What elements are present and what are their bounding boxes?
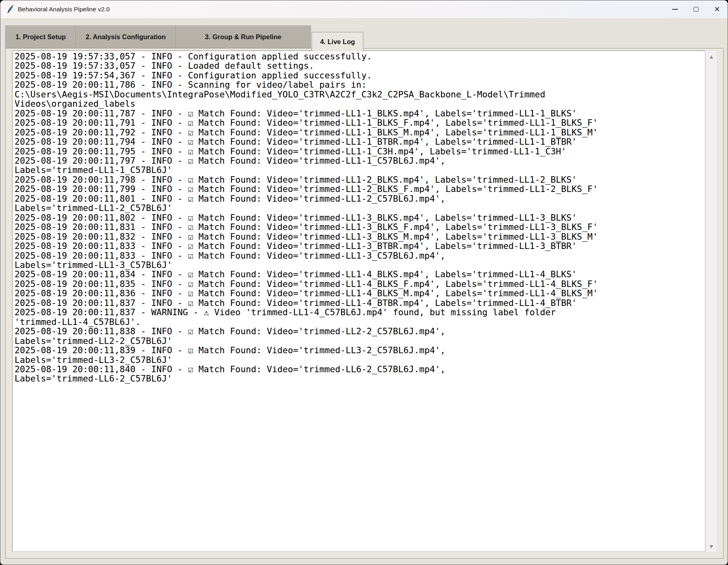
log-text-area[interactable]: 2025-08-19 19:57:33,057 - INFO - Configu… — [12, 51, 705, 552]
log-line: 2025-08-19 20:00:11,786 - INFO - Scannin… — [15, 80, 703, 89]
log-line: 2025-08-19 20:00:11,837 - WARNING - ⚠ Vi… — [15, 308, 703, 317]
log-line: 2025-08-19 20:00:11,791 - INFO - ☑ Match… — [15, 118, 703, 127]
log-line: Videos\organized_labels — [15, 99, 703, 108]
window-title: Behavioral Analysis Pipeline v2.0 — [18, 6, 110, 13]
window-controls: ✕ — [665, 0, 728, 18]
log-line: Labels='trimmed-LL2-2_C57BL6J' — [15, 336, 703, 346]
log-line: 2025-08-19 20:00:11,833 - INFO - ☑ Match… — [15, 251, 703, 260]
log-line: 2025-08-19 20:00:11,831 - INFO - ☑ Match… — [15, 222, 703, 232]
tab-live-log[interactable]: 4. Live Log — [312, 32, 363, 51]
log-line: 2025-08-19 20:00:11,838 - INFO - ☑ Match… — [15, 327, 703, 336]
minimize-icon — [672, 9, 678, 10]
log-line: 2025-08-19 20:00:11,802 - INFO - ☑ Match… — [15, 213, 703, 222]
log-line: 2025-08-19 20:00:11,801 - INFO - ☑ Match… — [15, 194, 703, 203]
log-lines: 2025-08-19 19:57:33,057 - INFO - Configu… — [15, 52, 703, 384]
log-line: 2025-08-19 20:00:11,797 - INFO - ☑ Match… — [15, 156, 703, 165]
close-button[interactable]: ✕ — [707, 0, 728, 18]
scrollbar-track[interactable] — [706, 62, 717, 541]
log-line: 2025-08-19 20:00:11,835 - INFO - ☑ Match… — [15, 279, 703, 289]
log-line: 2025-08-19 19:57:33,057 - INFO - Configu… — [15, 52, 703, 61]
tab-project-setup[interactable]: 1. Project Setup — [5, 25, 76, 48]
log-scrollbar[interactable]: ▲ ▼ — [706, 51, 717, 552]
log-line: 2025-08-19 19:57:33,057 - INFO - Loaded … — [15, 61, 703, 70]
log-line: 2025-08-19 20:00:11,832 - INFO - ☑ Match… — [15, 232, 703, 241]
log-line: 2025-08-19 20:00:11,798 - INFO - ☑ Match… — [15, 175, 703, 184]
tab-label: 2. Analysis Configuration — [86, 33, 166, 41]
tab-label: 1. Project Setup — [15, 33, 66, 41]
log-line: 2025-08-19 20:00:11,792 - INFO - ☑ Match… — [15, 128, 703, 137]
log-line: 2025-08-19 20:00:11,834 - INFO - ☑ Match… — [15, 270, 703, 279]
log-line: 2025-08-19 20:00:11,840 - INFO - ☑ Match… — [15, 365, 703, 374]
minimize-button[interactable] — [665, 0, 686, 18]
tab-bar: 1. Project Setup 2. Analysis Configurati… — [5, 25, 363, 51]
close-icon: ✕ — [714, 6, 720, 13]
log-line: 2025-08-19 20:00:11,833 - INFO - ☑ Match… — [15, 241, 703, 251]
log-line: 'trimmed-LL1-4_C57BL6J'. — [15, 317, 703, 327]
scrollbar-down-arrow-icon[interactable]: ▼ — [706, 541, 717, 552]
live-log-page: 2025-08-19 19:57:33,057 - INFO - Configu… — [5, 48, 724, 559]
app-window: Behavioral Analysis Pipeline v2.0 ✕ 1. P… — [0, 0, 728, 565]
log-line: 2025-08-19 20:00:11,799 - INFO - ☑ Match… — [15, 184, 703, 194]
log-line: Labels='trimmed-LL1-1_C57BL6J' — [15, 165, 703, 175]
log-line: 2025-08-19 20:00:11,836 - INFO - ☑ Match… — [15, 289, 703, 298]
log-line: Labels='trimmed-LL6-2_C57BL6J' — [15, 374, 703, 383]
titlebar: Behavioral Analysis Pipeline v2.0 ✕ — [0, 0, 728, 18]
log-line: 2025-08-19 20:00:11,794 - INFO - ☑ Match… — [15, 137, 703, 146]
log-line: Labels='trimmed-LL1-3_C57BL6J' — [15, 260, 703, 270]
scrollbar-up-arrow-icon[interactable]: ▲ — [706, 51, 717, 62]
log-line: Labels='trimmed-LL1-2_C57BL6J' — [15, 203, 703, 213]
log-line: 2025-08-19 19:57:54,367 - INFO - Configu… — [15, 71, 703, 80]
python-feather-icon — [6, 5, 14, 14]
log-line: 2025-08-19 20:00:11,787 - INFO - ☑ Match… — [15, 109, 703, 118]
log-line: 2025-08-19 20:00:11,839 - INFO - ☑ Match… — [15, 346, 703, 355]
tab-group-run-pipeline[interactable]: 3. Group & Run Pipeline — [175, 25, 311, 48]
tab-analysis-configuration[interactable]: 2. Analysis Configuration — [76, 25, 176, 48]
tab-label: 3. Group & Run Pipeline — [205, 33, 281, 41]
log-line: C:\Users\Aegis-MSI\Documents\IntegraPose… — [15, 90, 703, 99]
tab-label: 4. Live Log — [320, 38, 355, 46]
maximize-icon — [694, 7, 698, 12]
log-line: 2025-08-19 20:00:11,795 - INFO - ☑ Match… — [15, 147, 703, 156]
maximize-button[interactable] — [686, 0, 707, 18]
log-line: Labels='trimmed-LL3-2_C57BL6J' — [15, 355, 703, 365]
log-line: 2025-08-19 20:00:11,837 - INFO - ☑ Match… — [15, 298, 703, 308]
